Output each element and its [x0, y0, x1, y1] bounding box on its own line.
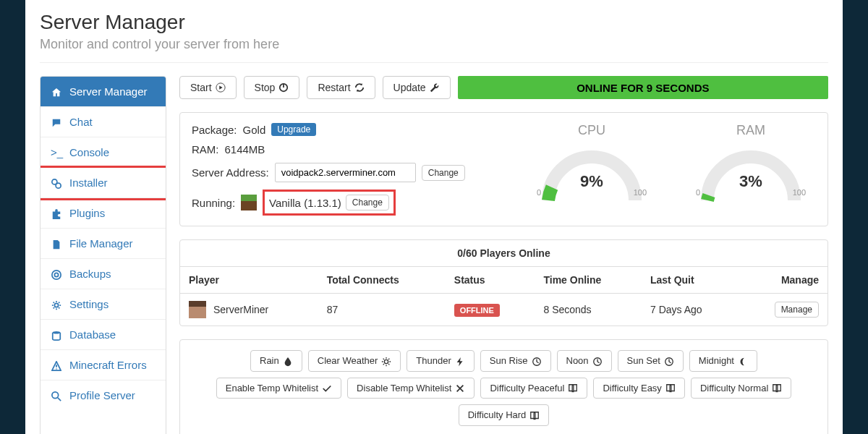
svg-point-1 — [56, 183, 61, 188]
col-quit: Last Quit — [642, 267, 740, 294]
table-row: ServerMiner 87 OFFLINE 8 Seconds 7 Days … — [180, 294, 827, 326]
player-quit: 7 Days Ago — [642, 294, 740, 326]
stop-button[interactable]: Stop — [244, 76, 300, 99]
drop-icon — [283, 355, 293, 367]
manage-player-button[interactable]: Manage — [775, 302, 819, 318]
sidebar-item-console[interactable]: >_ Console — [41, 137, 166, 168]
svg-point-6 — [52, 392, 59, 399]
page-subtitle: Monitor and control your server from her… — [40, 37, 828, 52]
book-icon — [772, 383, 782, 394]
status-badge: OFFLINE — [454, 304, 500, 317]
sidebar-item-label: File Manager — [69, 237, 133, 250]
play-icon — [216, 82, 226, 93]
address-label: Server Address: — [192, 166, 269, 179]
sidebar-item-label: Backups — [69, 268, 111, 280]
x-icon — [455, 383, 465, 394]
disable-temp-whitelist-button[interactable]: Disable Temp Whitelist — [347, 378, 475, 399]
difficulty-normal-button[interactable]: Difficulty Normal — [691, 378, 791, 399]
svg-point-4 — [54, 304, 58, 307]
svg-point-2 — [52, 271, 61, 279]
minecraft-grass-icon — [241, 195, 257, 210]
clear-weather-button[interactable]: Clear Weather — [308, 350, 401, 372]
sidebar-item-backups[interactable]: Backups — [41, 259, 166, 289]
players-online-header: 0/60 Players Online — [180, 240, 827, 267]
sidebar-item-profile-server[interactable]: Profile Server — [41, 380, 166, 410]
ram-label: RAM: — [192, 143, 219, 156]
sidebar: Server Manager Chat >_ Console Installer… — [40, 76, 166, 434]
sidebar-item-label: Profile Server — [69, 389, 135, 401]
refresh-icon — [354, 82, 365, 93]
divider — [40, 62, 828, 63]
gears-icon — [51, 176, 62, 189]
wrench-icon — [430, 82, 440, 93]
cpu-gauge-value: 9% — [527, 172, 657, 191]
midnight-button[interactable]: Midnight — [689, 350, 757, 372]
upgrade-button[interactable]: Upgrade — [271, 123, 316, 136]
difficulty-peaceful-button[interactable]: Difficulty Peaceful — [480, 378, 587, 399]
sidebar-item-label: Database — [69, 328, 116, 341]
sidebar-item-plugins[interactable]: Plugins — [41, 198, 166, 229]
change-address-button[interactable]: Change — [422, 165, 465, 181]
change-version-button[interactable]: Change — [346, 195, 389, 210]
sidebar-item-label: Minecraft Errors — [69, 359, 147, 371]
sidebar-item-server-manager[interactable]: Server Manager — [41, 77, 166, 107]
ram-value: 6144MB — [225, 143, 265, 156]
sidebar-item-label: Plugins — [69, 207, 105, 219]
cpu-gauge: CPU 9% 0100 — [527, 123, 657, 216]
sun-set-button[interactable]: Sun Set — [618, 350, 684, 372]
player-name: ServerMiner — [213, 304, 268, 315]
book-icon — [529, 409, 540, 421]
ram-gauge: RAM 3% 0100 — [686, 123, 816, 216]
sidebar-item-label: Settings — [69, 298, 109, 310]
player-avatar-icon — [189, 301, 206, 318]
warn-icon — [51, 359, 62, 371]
db-icon — [51, 328, 62, 341]
sidebar-item-file-manager[interactable]: File Manager — [41, 229, 166, 259]
sidebar-item-minecraft-errors[interactable]: Minecraft Errors — [41, 350, 166, 380]
difficulty-easy-button[interactable]: Difficulty Easy — [593, 378, 684, 399]
player-connects: 87 — [318, 294, 446, 326]
sidebar-item-label: Server Manager — [69, 85, 148, 98]
col-status: Status — [446, 267, 535, 294]
puzzle-icon — [51, 207, 62, 219]
ram-gauge-value: 3% — [686, 172, 816, 191]
difficulty-hard-button[interactable]: Difficulty Hard — [459, 404, 550, 426]
search-icon — [51, 389, 62, 401]
col-manage: Manage — [740, 267, 827, 294]
sidebar-item-label: Console — [69, 146, 109, 158]
sidebar-item-database[interactable]: Database — [41, 320, 166, 350]
sidebar-item-chat[interactable]: Chat — [41, 107, 166, 137]
update-button[interactable]: Update — [383, 76, 451, 99]
package-value: Gold — [243, 124, 266, 136]
svg-point-3 — [54, 273, 58, 277]
address-input[interactable] — [275, 163, 416, 182]
col-player: Player — [180, 267, 318, 294]
chat-icon — [51, 116, 62, 128]
bolt-icon — [455, 355, 465, 367]
svg-point-5 — [53, 331, 61, 334]
rain-button[interactable]: Rain — [250, 350, 302, 372]
player-time: 8 Seconds — [535, 294, 642, 326]
sun-icon — [381, 355, 391, 367]
sidebar-item-label: Chat — [69, 116, 93, 128]
status-bar: ONLINE FOR 9 SECONDS — [458, 76, 828, 99]
ram-gauge-title: RAM — [686, 123, 816, 138]
check-icon — [322, 383, 332, 394]
thunder-button[interactable]: Thunder — [407, 350, 474, 372]
sidebar-item-installer[interactable]: Installer — [41, 168, 166, 198]
noon-button[interactable]: Noon — [557, 350, 612, 372]
book-icon — [665, 383, 676, 394]
cpu-gauge-title: CPU — [527, 123, 657, 138]
clock-icon — [592, 355, 603, 367]
clock-icon — [532, 355, 542, 367]
clock-icon — [664, 355, 674, 367]
terminal-icon: >_ — [51, 146, 62, 158]
running-highlight: Vanilla (1.13.1) Change — [263, 190, 396, 216]
sidebar-item-settings[interactable]: Settings — [41, 289, 166, 320]
sun-rise-button[interactable]: Sun Rise — [480, 350, 551, 372]
restart-button[interactable]: Restart — [307, 76, 375, 99]
actions-panel: Rain Clear Weather Thunder Sun Rise Noon… — [179, 339, 828, 434]
enable-temp-whitelist-button[interactable]: Enable Temp Whitelist — [216, 378, 341, 399]
file-icon — [51, 237, 62, 250]
start-button[interactable]: Start — [179, 76, 237, 99]
